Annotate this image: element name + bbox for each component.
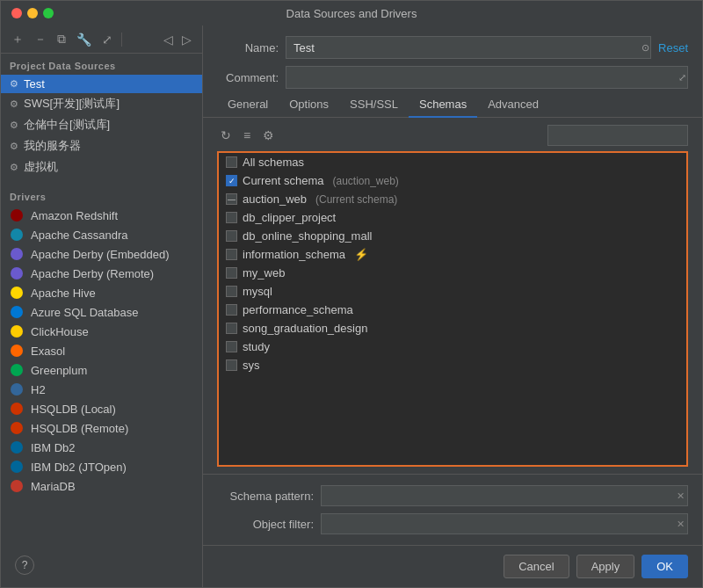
driver-item-h2[interactable]: H2 xyxy=(1,380,202,399)
tree-item-sws[interactable]: ⚙SWS[开发][测试库] xyxy=(1,93,202,114)
minimize-button[interactable] xyxy=(27,8,38,18)
schema-name: my_web xyxy=(243,266,285,279)
reset-button[interactable]: Reset xyxy=(658,41,688,54)
tree-item-cang[interactable]: ⚙仓储中台[测试库] xyxy=(1,114,202,135)
schema-checkbox-db-clipper[interactable] xyxy=(226,212,237,223)
list-schemas-button[interactable]: ≡ xyxy=(240,127,254,144)
schema-checkbox-study[interactable] xyxy=(226,341,237,352)
schemas-list: All schemas✓Current schema(auction_web)—… xyxy=(219,153,686,374)
schemas-list-container[interactable]: All schemas✓Current schema(auction_web)—… xyxy=(217,151,688,467)
close-button[interactable] xyxy=(11,8,22,18)
schema-item-all-schemas[interactable]: All schemas xyxy=(219,153,686,171)
toolbar-separator xyxy=(121,33,122,47)
schema-item-current-schema[interactable]: ✓Current schema(auction_web) xyxy=(219,171,686,190)
add-button[interactable]: ＋ xyxy=(8,30,27,49)
back-button[interactable]: ◁ xyxy=(160,31,177,48)
settings-button[interactable]: 🔧 xyxy=(73,31,95,48)
schema-search-input[interactable] xyxy=(547,125,688,146)
schema-item-performance-schema[interactable]: performance_schema xyxy=(219,301,686,319)
object-filter-label: Object filter: xyxy=(217,518,314,531)
name-input[interactable] xyxy=(286,36,651,59)
object-filter-input[interactable] xyxy=(321,513,688,534)
schema-checkbox-my-web[interactable] xyxy=(226,267,237,279)
driver-item-azure-sql[interactable]: Azure SQL Database xyxy=(1,302,202,322)
comment-input[interactable] xyxy=(286,66,688,89)
schema-checkbox-mysql[interactable] xyxy=(226,286,237,297)
schema-checkbox-sys[interactable] xyxy=(226,359,237,371)
schema-item-mysql[interactable]: mysql xyxy=(219,282,686,301)
schema-checkbox-current-schema[interactable]: ✓ xyxy=(226,175,237,186)
tree-items-container: ⚙Test⚙SWS[开发][测试库]⚙仓储中台[测试库]⚙我的服务器⚙虚拟机 xyxy=(1,75,202,178)
maximize-button[interactable] xyxy=(43,8,54,18)
driver-item-apache-cassandra[interactable]: Apache Cassandra xyxy=(1,225,202,244)
driver-item-ibm-db2[interactable]: IBM Db2 xyxy=(1,438,202,457)
schema-item-auction-web[interactable]: —auction_web(Current schema) xyxy=(219,190,686,208)
driver-item-apache-derby-remote[interactable]: Apache Derby (Remote) xyxy=(1,264,202,283)
tab-general[interactable]: General xyxy=(217,92,279,118)
schema-checkbox-db-online[interactable] xyxy=(226,230,237,242)
refresh-schemas-button[interactable]: ↻ xyxy=(217,127,235,144)
remove-button[interactable]: － xyxy=(31,30,50,49)
left-scroll[interactable]: Project Data Sources ⚙Test⚙SWS[开发][测试库]⚙… xyxy=(1,54,202,587)
driver-icon-ibm-db2-jtopen xyxy=(10,460,24,474)
tree-item-label: SWS[开发][测试库] xyxy=(24,96,120,112)
driver-item-ibm-db2-jtopen[interactable]: IBM Db2 (JTOpen) xyxy=(1,457,202,476)
schema-pattern-input[interactable] xyxy=(321,485,688,506)
schema-lightning-icon: ⚡ xyxy=(354,248,368,261)
tree-item-servers[interactable]: ⚙我的服务器 xyxy=(1,135,202,156)
schema-item-information-schema[interactable]: information_schema⚡ xyxy=(219,245,686,264)
name-clear-button[interactable]: ⊙ xyxy=(641,42,649,54)
driver-label: Apache Derby (Remote) xyxy=(31,267,154,280)
schema-item-db-clipper[interactable]: db_clipper_project xyxy=(219,208,686,227)
apply-button[interactable]: Apply xyxy=(576,555,635,578)
tree-item-label: Test xyxy=(24,77,45,91)
tree-item-vm[interactable]: ⚙虚拟机 xyxy=(1,156,202,178)
datasource-icon: ⚙ xyxy=(10,162,18,173)
help-button[interactable]: ? xyxy=(15,555,34,575)
schema-item-study[interactable]: study xyxy=(219,338,686,356)
object-filter-row: Object filter: ✕ xyxy=(217,510,688,538)
cancel-button[interactable]: Cancel xyxy=(504,555,569,578)
ok-button[interactable]: OK xyxy=(641,555,688,578)
forward-button[interactable]: ▷ xyxy=(178,31,195,48)
schema-name: study xyxy=(243,340,270,353)
window-title: Data Sources and Drivers xyxy=(286,7,417,20)
schema-item-db-online[interactable]: db_online_shopping_mall xyxy=(219,227,686,245)
datasource-icon: ⚙ xyxy=(10,141,18,152)
schema-checkbox-song-graduation[interactable] xyxy=(226,323,237,334)
driver-item-apache-hive[interactable]: Apache Hive xyxy=(1,283,202,302)
schema-item-song-graduation[interactable]: song_graduation_design xyxy=(219,319,686,338)
driver-item-clickhouse[interactable]: ClickHouse xyxy=(1,322,202,341)
driver-label: ClickHouse xyxy=(31,325,89,338)
move-button[interactable]: ⤢ xyxy=(98,31,116,48)
schema-hint: (auction_web) xyxy=(332,175,398,187)
filter-schemas-button[interactable]: ⚙ xyxy=(259,127,278,144)
driver-icon-amazon-redshift xyxy=(10,208,24,222)
driver-item-hsqldb-remote[interactable]: HSQLDB (Remote) xyxy=(1,418,202,438)
schema-checkbox-auction-web[interactable]: — xyxy=(226,193,237,205)
tab-ssh-ssl[interactable]: SSH/SSL xyxy=(339,92,409,118)
driver-label: Exasol xyxy=(31,345,65,358)
driver-item-hsqldb-local[interactable]: HSQLDB (Local) xyxy=(1,399,202,418)
tab-options[interactable]: Options xyxy=(279,92,339,118)
dialog-footer: Cancel Apply OK xyxy=(203,545,702,587)
driver-item-exasol[interactable]: Exasol xyxy=(1,341,202,360)
schema-item-my-web[interactable]: my_web xyxy=(219,264,686,282)
driver-item-apache-derby-embedded[interactable]: Apache Derby (Embedded) xyxy=(1,244,202,264)
tab-advanced[interactable]: Advanced xyxy=(477,92,549,118)
schema-checkbox-performance-schema[interactable] xyxy=(226,304,237,316)
schema-checkbox-information-schema[interactable] xyxy=(226,249,237,260)
duplicate-button[interactable]: ⧉ xyxy=(54,30,69,48)
driver-item-mariadb[interactable]: MariaDB xyxy=(1,476,202,496)
driver-item-amazon-redshift[interactable]: Amazon Redshift xyxy=(1,206,202,225)
schema-checkbox-all-schemas[interactable] xyxy=(226,156,237,168)
tab-schemas[interactable]: Schemas xyxy=(409,92,477,118)
schema-item-sys[interactable]: sys xyxy=(219,356,686,374)
driver-item-greenplum[interactable]: Greenplum xyxy=(1,360,202,380)
driver-icon-apache-derby-embedded xyxy=(10,247,24,261)
tree-item-test[interactable]: ⚙Test xyxy=(1,75,202,93)
schema-pattern-clear-button[interactable]: ✕ xyxy=(677,490,685,502)
object-filter-clear-button[interactable]: ✕ xyxy=(677,519,685,530)
comment-expand-button[interactable]: ⤢ xyxy=(678,72,686,83)
object-filter-input-wrapper: ✕ xyxy=(321,513,688,534)
